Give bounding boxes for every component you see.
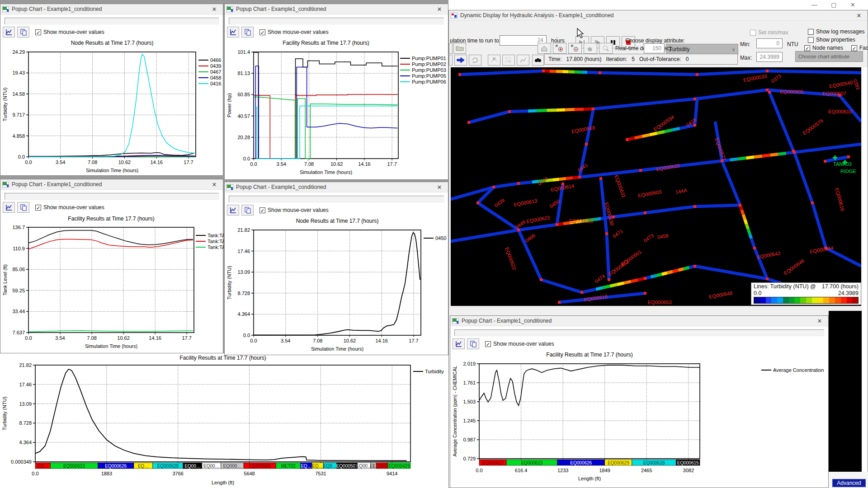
svg-text:EQ000429: EQ000429	[388, 464, 410, 469]
home-button[interactable]	[538, 43, 551, 54]
continue-button[interactable]	[454, 55, 467, 66]
legend-color-cell	[823, 297, 829, 303]
popup3-copy-button[interactable]	[17, 202, 29, 213]
svg-text:0440: 0440	[537, 176, 549, 187]
time-value: 17.800 (hours)	[566, 56, 602, 62]
folder-icon	[456, 45, 464, 52]
network-tool-button-2[interactable]	[502, 55, 515, 66]
svg-text:0458: 0458	[657, 233, 669, 240]
popup3-title: Popup Chart - Example1_conditioned	[12, 181, 102, 188]
svg-text:EQ000607: EQ000607	[822, 91, 846, 96]
copy-icon	[470, 340, 477, 347]
refresh-button[interactable]	[469, 55, 481, 66]
minimize-icon[interactable]: —	[811, 1, 817, 8]
delay-input[interactable]: 150	[644, 43, 665, 53]
toolbar-clipped-button2[interactable]	[449, 55, 453, 66]
main-close-icon[interactable]: ✕	[852, 12, 866, 19]
main-titlebar[interactable]: Dynamic Display for Hydraulic Analysis -…	[449, 10, 868, 21]
svg-text:EQ000642: EQ000642	[756, 250, 781, 260]
svg-text:Pump:PUMP03: Pump:PUMP03	[412, 67, 446, 73]
legend-color-cell	[766, 297, 772, 303]
tank-results-chart[interactable]: Facility Results at Time 17.7 (hours)136…	[0, 214, 224, 354]
popup3-mouseover-checkbox[interactable]: ✓	[35, 205, 41, 211]
popup5-combo-strip[interactable]	[454, 329, 824, 336]
chart-attr-dropdown[interactable]: Choose chart attribute	[795, 51, 863, 62]
svg-text:101.4: 101.4	[237, 49, 250, 55]
close-icon[interactable]: ✕	[850, 1, 855, 8]
popup5-copy-button[interactable]	[467, 338, 479, 349]
open-folder-button[interactable]	[453, 43, 466, 54]
popup4-copy-button[interactable]	[241, 205, 254, 216]
popup1-plot-button[interactable]	[3, 27, 15, 38]
popup1-titlebar[interactable]: Popup Chart - Example1_conditioned ✕	[0, 4, 223, 14]
map-color-legend: Lines: Turbidity (NTU) @ 17.700 (hours) …	[751, 282, 861, 305]
svg-text:10.62: 10.62	[344, 338, 356, 343]
popup5-mouseover-checkbox[interactable]: ✓	[485, 341, 491, 347]
facility-names-checkbox[interactable]: ✓	[851, 45, 857, 51]
popup1-combo-strip[interactable]	[5, 18, 219, 24]
node-0450-chart[interactable]: Node Results at Time 17.7 (hours)21.8217…	[225, 216, 449, 357]
popup5-close-icon[interactable]: ✕	[813, 318, 826, 324]
concentration-profile-chart[interactable]: Facility Results at Time 17.7 (hours)2.0…	[450, 350, 829, 488]
popup3-close-icon[interactable]: ✕	[208, 181, 221, 188]
zoom-window-in-button[interactable]	[553, 43, 566, 54]
svg-text:3.54: 3.54	[56, 160, 65, 165]
popup4-mouseover-checkbox[interactable]: ✓	[259, 207, 265, 213]
map-area[interactable]: 04410440EQ000614EQ00061304390450EQ000623…	[451, 67, 861, 306]
plot-icon	[230, 206, 237, 214]
plot-icon	[5, 204, 13, 211]
popup4-combo-strip[interactable]	[229, 196, 444, 202]
popup3-titlebar[interactable]: Popup Chart - Example1_conditioned ✕	[0, 179, 223, 190]
svg-text:17.7: 17.7	[409, 338, 418, 343]
display-attr-dropdown[interactable]: Turbidity∨	[666, 44, 738, 55]
popup2-mouseover-checkbox[interactable]: ✓	[259, 29, 265, 35]
popup5-titlebar[interactable]: Popup Chart - Example1_conditioned ✕	[450, 316, 828, 326]
svg-text:0458: 0458	[210, 75, 221, 80]
popup2-copy-button[interactable]	[241, 27, 254, 38]
node-names-checkbox[interactable]: ✓	[804, 45, 810, 51]
svg-text:Simulation Time (hours): Simulation Time (hours)	[300, 169, 352, 175]
show-properties-checkbox[interactable]	[808, 37, 814, 43]
svg-text:0450: 0450	[435, 235, 446, 241]
popup1-copy-button[interactable]	[17, 27, 29, 38]
popup2-close-icon[interactable]: ✕	[433, 6, 446, 13]
svg-text:Turbidity (NTU): Turbidity (NTU)	[226, 266, 232, 300]
pan-button[interactable]	[584, 43, 597, 54]
popup4-title: Popup Chart - Example1_conditioned	[236, 184, 326, 190]
popup5-plot-button[interactable]	[453, 338, 465, 349]
set-minmax-checkbox[interactable]	[750, 30, 756, 36]
svg-text:14.58: 14.58	[12, 91, 25, 97]
node-results-chart[interactable]: Node Results at Time 17.7 (hours)24.2919…	[0, 38, 224, 177]
popup2-titlebar[interactable]: Popup Chart - Example1_conditioned ✕	[225, 4, 448, 14]
toolbar-clipped-button[interactable]	[449, 43, 453, 54]
svg-text:14.16: 14.16	[150, 160, 163, 165]
popup4-titlebar[interactable]: Popup Chart - Example1_conditioned ✕	[225, 182, 448, 192]
popup3-combo-strip[interactable]	[5, 193, 219, 200]
find-button[interactable]	[532, 55, 544, 66]
max-input[interactable]: 24.3989	[756, 52, 783, 62]
magnifier-icon	[602, 45, 609, 52]
show-log-checkbox[interactable]	[808, 29, 814, 35]
select-network-icon	[505, 57, 512, 63]
network-tool-button-1[interactable]	[488, 55, 500, 66]
popup4-plot-button[interactable]	[227, 205, 239, 216]
network-tool-button-3[interactable]	[517, 55, 529, 66]
pump-results-chart[interactable]: Facility Results at Time 17.7 (hours)101…	[225, 38, 449, 178]
hand-icon	[587, 45, 594, 52]
svg-text:Length (ft): Length (ft)	[578, 476, 601, 481]
popup2-plot-button[interactable]	[227, 27, 239, 38]
popup3-plot-button[interactable]	[3, 202, 15, 213]
svg-text:EQ000605: EQ000605	[780, 89, 804, 94]
zoom-window-out-button[interactable]	[568, 43, 582, 54]
popup1-mouseover-checkbox[interactable]: ✓	[35, 29, 41, 35]
magnify-button[interactable]	[599, 43, 613, 54]
svg-text:0474: 0474	[594, 273, 606, 284]
advanced-label: Advanced	[837, 480, 861, 486]
popup1-close-icon[interactable]: ✕	[208, 6, 221, 13]
popup2-combo-strip[interactable]	[229, 18, 444, 24]
maximize-icon[interactable]: ▢	[831, 1, 836, 8]
min-input[interactable]: 0	[756, 38, 783, 48]
popup4-close-icon[interactable]: ✕	[433, 184, 446, 191]
advanced-button[interactable]: Advanced	[832, 479, 866, 487]
length-profile-chart[interactable]: Facility Results at Time 17.7 (hours)21.…	[0, 353, 448, 488]
